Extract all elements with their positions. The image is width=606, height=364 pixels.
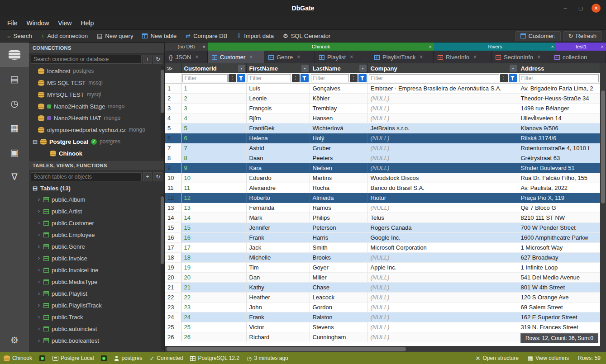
- cell[interactable]: Kara: [246, 163, 310, 173]
- row-number[interactable]: 9: [165, 163, 181, 173]
- close-button[interactable]: ✕: [592, 4, 601, 13]
- cell[interactable]: 11: [181, 183, 246, 193]
- cell[interactable]: Chase: [310, 282, 367, 292]
- toolbar-button-sql-generator[interactable]: ⚙SQL Generator: [278, 30, 335, 42]
- db-group-chinook[interactable]: Chinook×: [208, 43, 434, 51]
- column-header-customerid[interactable]: CustomerId▼: [181, 63, 246, 73]
- toolbar-button-compare-db[interactable]: ⇄Compare DB: [181, 30, 232, 42]
- close-icon[interactable]: ×: [297, 54, 300, 60]
- iconbar-history[interactable]: ◷: [0, 91, 29, 116]
- cell[interactable]: Eduardo: [246, 173, 310, 183]
- cell[interactable]: 23: [181, 302, 246, 312]
- cell[interactable]: (NULL): [367, 133, 518, 143]
- cell[interactable]: Apple Inc.: [367, 262, 518, 272]
- table-item-public-playlist[interactable]: ›public.Playlist: [29, 288, 164, 299]
- cell[interactable]: 15: [181, 222, 246, 232]
- cell[interactable]: Helena: [246, 133, 310, 143]
- status-view-columns[interactable]: ▦View columns: [528, 355, 569, 361]
- close-icon[interactable]: ×: [429, 44, 432, 49]
- cell[interactable]: Leonie: [246, 93, 310, 103]
- row-number[interactable]: 5: [165, 123, 181, 133]
- cell[interactable]: Rogers Canada: [367, 222, 518, 232]
- cell[interactable]: Fernanda: [246, 203, 310, 213]
- cell[interactable]: 2: [181, 93, 246, 103]
- toolbar-button-import-data[interactable]: ⇩Import data: [232, 30, 278, 42]
- cell[interactable]: 8: [181, 153, 246, 163]
- connection-item-nano2health-uat[interactable]: Nano2Health UATmongo: [29, 112, 164, 124]
- cell[interactable]: (NULL): [367, 163, 518, 173]
- table-item-public-genre[interactable]: ›public.Genre: [29, 241, 164, 252]
- cell[interactable]: 541 Del Medio Avenue: [518, 272, 600, 282]
- cell[interactable]: Gonçalves: [310, 83, 367, 93]
- connection-item-postgre-local[interactable]: ⊟Postgre Local✓postgres: [29, 136, 164, 147]
- chevron-down-icon[interactable]: ▼: [238, 65, 245, 72]
- close-icon[interactable]: ×: [537, 54, 540, 60]
- cell[interactable]: Peeters: [310, 153, 367, 163]
- connection-item-localhost[interactable]: localhostpostgres: [29, 65, 164, 77]
- row-number[interactable]: 19: [165, 262, 181, 272]
- filter-menu-button[interactable]: ⋮: [292, 74, 300, 82]
- close-icon[interactable]: ×: [203, 44, 205, 49]
- status-3-minutes-ago[interactable]: ◷3 minutes ago: [247, 355, 288, 361]
- iconbar-files[interactable]: ▤: [0, 67, 29, 91]
- cell[interactable]: Daan: [246, 153, 310, 163]
- cell[interactable]: (NULL): [367, 113, 518, 123]
- status-connected[interactable]: ✓Connected: [149, 355, 183, 361]
- tab-customer[interactable]: Customer×: [208, 51, 264, 63]
- row-number[interactable]: 24: [165, 312, 181, 322]
- row-number[interactable]: 26: [165, 332, 181, 342]
- cell[interactable]: Stevens: [310, 322, 367, 332]
- status-postgresql-12-2[interactable]: PostgreSQL 12.2: [190, 355, 239, 361]
- cell[interactable]: Embraer - Empresa Brasileira de Aeronáut…: [367, 83, 518, 93]
- cell[interactable]: 319 N. Frances Street: [518, 322, 600, 332]
- tables-scrollbar[interactable]: [161, 194, 164, 350]
- row-number[interactable]: 13: [165, 203, 181, 213]
- menu-window[interactable]: Window: [22, 16, 54, 29]
- tab-sectioninfo[interactable]: SectionInfo×: [491, 51, 550, 63]
- row-number[interactable]: 6: [165, 133, 181, 143]
- cell[interactable]: Martins: [310, 173, 367, 183]
- maximize-button[interactable]: □: [576, 4, 585, 13]
- cell[interactable]: Praça Pio X, 119: [518, 193, 600, 203]
- cell[interactable]: 69 Salem Street: [518, 302, 600, 312]
- status-open-structure[interactable]: ✕Open structure: [476, 355, 519, 361]
- cell[interactable]: François: [246, 103, 310, 113]
- menu-file[interactable]: File: [3, 16, 22, 29]
- cell[interactable]: Ramos: [310, 203, 367, 213]
- row-number[interactable]: 21: [165, 282, 181, 292]
- cell[interactable]: 627 Broadway: [518, 252, 600, 262]
- status-led-indicator[interactable]: [39, 355, 45, 361]
- cell[interactable]: (NULL): [367, 282, 518, 292]
- tables-group-header[interactable]: ⊟ Tables (13): [29, 183, 164, 194]
- cell[interactable]: Mark: [246, 213, 310, 222]
- status-chinook[interactable]: Chinook: [4, 355, 32, 361]
- cell[interactable]: Richard: [246, 332, 310, 342]
- cell[interactable]: 14: [181, 213, 246, 222]
- cell[interactable]: 700 W Pender Street: [518, 222, 600, 232]
- row-number[interactable]: 12: [165, 193, 181, 203]
- cell[interactable]: Astrid: [246, 143, 310, 153]
- cell[interactable]: Rocha: [310, 183, 367, 193]
- cell[interactable]: Dan: [246, 272, 310, 282]
- close-icon[interactable]: ×: [551, 44, 554, 49]
- cell[interactable]: Gruber: [310, 143, 367, 153]
- table-item-public-employee[interactable]: ›public.Employee: [29, 229, 164, 241]
- filter-menu-button[interactable]: ⋮: [350, 74, 358, 82]
- cell[interactable]: Grétrystraat 63: [518, 153, 600, 163]
- cell[interactable]: Frank: [246, 312, 310, 322]
- iconbar-connections[interactable]: [0, 43, 29, 67]
- filter-input-lastname[interactable]: [311, 74, 349, 82]
- table-item-public-booleantest[interactable]: ›public.booleantest: [29, 335, 164, 346]
- menu-help[interactable]: Help: [76, 16, 98, 29]
- tab-json[interactable]: {}JSON×: [165, 51, 208, 63]
- row-number[interactable]: 14: [165, 213, 181, 222]
- db-group-no-db[interactable]: (no DB)×: [165, 43, 208, 51]
- filter-input-address[interactable]: [519, 74, 599, 82]
- cell[interactable]: Victor: [246, 322, 310, 332]
- cell[interactable]: 162 E Superior Street: [518, 312, 600, 322]
- table-item-public-artist[interactable]: ›public.Artist: [29, 205, 164, 217]
- cell[interactable]: 5: [181, 123, 246, 133]
- filter-menu-button[interactable]: ⋮: [229, 74, 236, 82]
- row-number[interactable]: 22: [165, 292, 181, 302]
- cell[interactable]: Hansen: [310, 113, 367, 123]
